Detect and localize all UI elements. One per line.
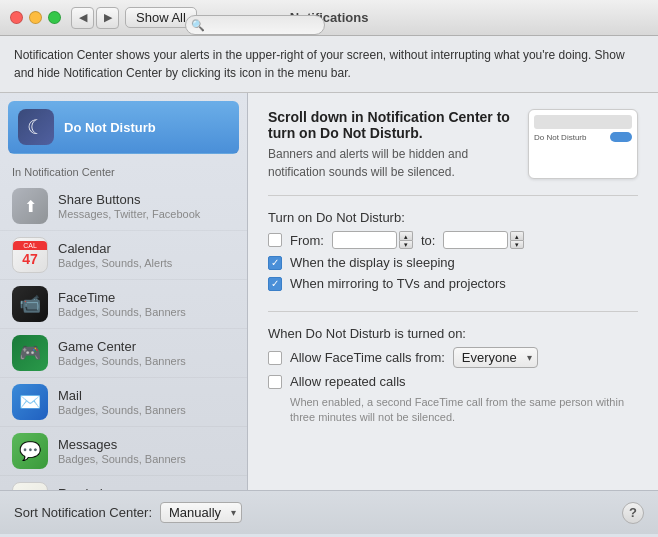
to-stepper-up[interactable]: ▴: [510, 231, 524, 240]
sort-label: Sort Notification Center:: [14, 505, 152, 520]
item-text: Do Not Disturb: [64, 120, 229, 135]
scroll-section: Scroll down in Notification Center to tu…: [268, 109, 638, 181]
sidebar-item-share-buttons[interactable]: ⬆ Share Buttons Messages, Twitter, Faceb…: [0, 182, 247, 231]
share-icon: ⬆: [12, 188, 48, 224]
sidebar-section-header: In Notification Center: [0, 158, 247, 182]
nav-buttons: ◀ ▶: [71, 7, 119, 29]
allow-calls-label: Allow FaceTime calls from:: [290, 350, 445, 365]
sidebar-item-calendar[interactable]: CAL 47 Calendar Badges, Sounds, Alerts: [0, 231, 247, 280]
moon-icon: ☾: [18, 109, 54, 145]
from-stepper-up[interactable]: ▴: [399, 231, 413, 240]
maximize-button[interactable]: [48, 11, 61, 24]
search-icon: 🔍: [191, 18, 205, 31]
item-sub: Badges, Sounds, Banners: [58, 453, 235, 465]
from-time-group: 10:00 pm ▴ ▾: [332, 231, 413, 249]
description-text: Notification Center shows your alerts in…: [14, 48, 625, 80]
item-text: Share Buttons Messages, Twitter, Faceboo…: [58, 192, 235, 220]
item-sub: Badges, Sounds, Banners: [58, 355, 235, 367]
sidebar-item-messages[interactable]: 💬 Messages Badges, Sounds, Banners: [0, 427, 247, 476]
hint-text: When enabled, a second FaceTime call fro…: [290, 395, 638, 426]
allow-calls-value: Everyone: [462, 350, 517, 365]
display-sleeping-row: ✓ When the display is sleeping: [268, 255, 638, 270]
gamecenter-icon: 🎮: [12, 335, 48, 371]
calendar-icon: CAL 47: [12, 237, 48, 273]
item-sub: Badges, Sounds, Banners: [58, 404, 235, 416]
minimize-button[interactable]: [29, 11, 42, 24]
panel-main: Scroll down in Notification Center to tu…: [268, 109, 512, 181]
item-label: Share Buttons: [58, 192, 235, 207]
right-panel: Scroll down in Notification Center to tu…: [248, 93, 658, 490]
item-label: FaceTime: [58, 290, 235, 305]
preview-toggle: [610, 132, 632, 142]
mirroring-row: ✓ When mirroring to TVs and projectors: [268, 276, 638, 291]
titlebar: ◀ ▶ Show All Notifications 🔍: [0, 0, 658, 36]
turn-on-title: Turn on Do Not Disturb:: [268, 210, 638, 225]
preview-label: Do Not Disturb: [534, 133, 586, 142]
item-sub: Badges, Sounds, Banners: [58, 306, 235, 318]
repeated-calls-checkbox[interactable]: [268, 375, 282, 389]
display-sleeping-label: When the display is sleeping: [290, 255, 455, 270]
repeated-calls-row: Allow repeated calls: [268, 374, 638, 389]
sort-dropdown[interactable]: Manually: [160, 502, 242, 523]
preview-box: Do Not Disturb: [528, 109, 638, 179]
to-stepper: ▴ ▾: [510, 231, 524, 249]
to-stepper-down[interactable]: ▾: [510, 240, 524, 249]
sidebar-item-do-not-disturb[interactable]: ☾ Do Not Disturb: [8, 101, 239, 154]
item-text: Game Center Badges, Sounds, Banners: [58, 339, 235, 367]
to-time-input[interactable]: 7:00 am: [443, 231, 508, 249]
item-text: Messages Badges, Sounds, Banners: [58, 437, 235, 465]
item-label: Messages: [58, 437, 235, 452]
repeated-calls-label: Allow repeated calls: [290, 374, 406, 389]
bottom-bar: Sort Notification Center: Manually ?: [0, 490, 658, 534]
messages-icon: 💬: [12, 433, 48, 469]
sidebar-item-facetime[interactable]: 📹 FaceTime Badges, Sounds, Banners: [0, 280, 247, 329]
item-label: Game Center: [58, 339, 235, 354]
mirroring-label: When mirroring to TVs and projectors: [290, 276, 506, 291]
mirroring-checkbox[interactable]: ✓: [268, 277, 282, 291]
item-label: Calendar: [58, 241, 235, 256]
from-stepper: ▴ ▾: [399, 231, 413, 249]
traffic-lights: [10, 11, 61, 24]
search-input[interactable]: [185, 15, 325, 35]
from-time-input[interactable]: 10:00 pm: [332, 231, 397, 249]
item-label: Mail: [58, 388, 235, 403]
mail-icon: ✉️: [12, 384, 48, 420]
close-button[interactable]: [10, 11, 23, 24]
sidebar-item-mail[interactable]: ✉️ Mail Badges, Sounds, Banners: [0, 378, 247, 427]
back-button[interactable]: ◀: [71, 7, 94, 29]
reminders-icon: 📋: [12, 482, 48, 490]
main-content: ☾ Do Not Disturb In Notification Center …: [0, 93, 658, 490]
sidebar-item-game-center[interactable]: 🎮 Game Center Badges, Sounds, Banners: [0, 329, 247, 378]
item-sub: Messages, Twitter, Facebook: [58, 208, 235, 220]
sidebar: ☾ Do Not Disturb In Notification Center …: [0, 93, 248, 490]
from-stepper-down[interactable]: ▾: [399, 240, 413, 249]
forward-button[interactable]: ▶: [96, 7, 119, 29]
facetime-icon: 📹: [12, 286, 48, 322]
scroll-desc: Banners and alerts will be hidden and no…: [268, 145, 512, 181]
sidebar-item-reminders[interactable]: 📋 Reminders Badges, Sounds, Alerts: [0, 476, 247, 490]
display-sleeping-checkbox[interactable]: ✓: [268, 256, 282, 270]
turn-on-section: Turn on Do Not Disturb: From: 10:00 pm ▴…: [268, 210, 638, 297]
allow-calls-checkbox[interactable]: [268, 351, 282, 365]
from-checkbox[interactable]: [268, 233, 282, 247]
item-text: Calendar Badges, Sounds, Alerts: [58, 241, 235, 269]
scroll-title: Scroll down in Notification Center to tu…: [268, 109, 512, 141]
time-row: From: 10:00 pm ▴ ▾ to: 7:00 am ▴ ▾: [268, 231, 638, 249]
item-label: Reminders: [58, 486, 235, 490]
description-bar: Notification Center shows your alerts in…: [0, 36, 658, 93]
divider: [268, 195, 638, 196]
sort-value: Manually: [169, 505, 221, 520]
item-text: FaceTime Badges, Sounds, Banners: [58, 290, 235, 318]
allow-calls-row: Allow FaceTime calls from: Everyone: [268, 347, 638, 368]
when-on-section: When Do Not Disturb is turned on: Allow …: [268, 326, 638, 426]
search-box: 🔍: [185, 15, 325, 35]
allow-calls-dropdown[interactable]: Everyone: [453, 347, 538, 368]
preview-search: [534, 115, 632, 129]
item-text: Mail Badges, Sounds, Banners: [58, 388, 235, 416]
from-label: From:: [290, 233, 324, 248]
to-time-group: 7:00 am ▴ ▾: [443, 231, 524, 249]
preview-row: Do Not Disturb: [534, 132, 632, 142]
item-sub: Badges, Sounds, Alerts: [58, 257, 235, 269]
divider2: [268, 311, 638, 312]
help-button[interactable]: ?: [622, 502, 644, 524]
